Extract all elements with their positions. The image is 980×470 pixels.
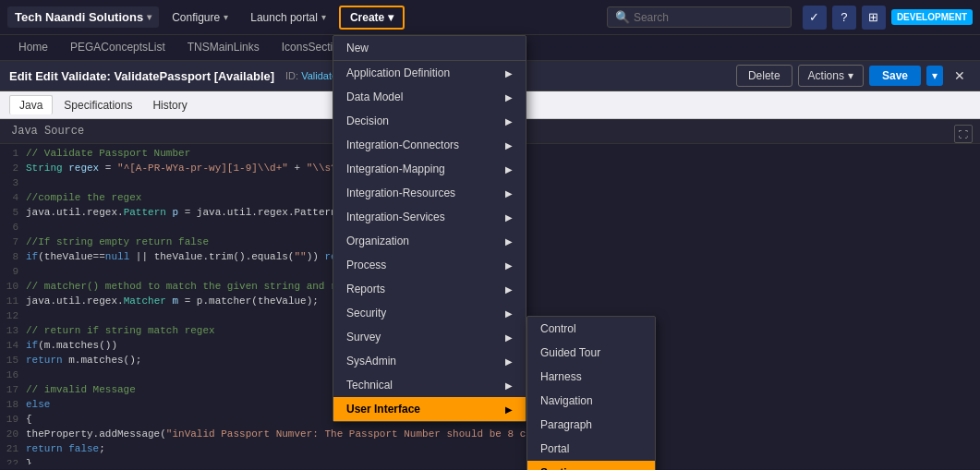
create-chevron-icon: ▾: [388, 11, 393, 24]
delete-button[interactable]: Delete: [736, 65, 792, 87]
sub-tab-java[interactable]: Java: [9, 95, 53, 114]
top-nav: Tech Naandi Solutions ▾ Configure ▾ Laun…: [0, 0, 980, 35]
configure-chevron-icon: ▾: [224, 12, 228, 22]
tab-tns[interactable]: TNSMainLinks: [176, 37, 271, 59]
arrow-icon: ▶: [505, 236, 513, 247]
search-bar: 🔍: [607, 6, 792, 28]
nav-check-button[interactable]: ✓: [803, 6, 827, 30]
launch-portal-button[interactable]: Launch portal ▾: [241, 7, 335, 28]
arrow-icon: ▶: [505, 92, 513, 102]
create-item-user-interface[interactable]: User Interface ▶: [333, 397, 526, 421]
arrow-icon: ▶: [505, 284, 513, 295]
create-item-sysadmin[interactable]: SysAdmin ▶: [333, 349, 526, 373]
ui-item-section[interactable]: Section: [527, 461, 655, 470]
close-button[interactable]: ✕: [949, 65, 971, 87]
arrow-icon: ▶: [505, 260, 513, 271]
arrow-icon: ▶: [505, 332, 513, 343]
create-item-decision[interactable]: Decision ▶: [333, 109, 526, 133]
search-icon: 🔍: [615, 10, 630, 24]
create-item-technical[interactable]: Technical ▶: [333, 373, 526, 397]
create-dropdown: New Application Definition ▶ Data Model …: [333, 35, 526, 422]
actions-chevron-icon: ▾: [848, 69, 853, 82]
launch-portal-chevron-icon: ▾: [321, 12, 326, 22]
arrow-icon: ▶: [505, 212, 513, 223]
arrow-icon: ▶: [505, 68, 513, 78]
user-interface-submenu: Control Guided Tour Harness Navigation P…: [526, 316, 656, 470]
create-item-process[interactable]: Process ▶: [333, 253, 526, 277]
brand-chevron-icon: ▾: [147, 12, 151, 22]
ui-item-navigation[interactable]: Navigation: [527, 389, 655, 413]
create-item-integration-services[interactable]: Integration-Services ▶: [333, 205, 526, 229]
create-item-integration-resources[interactable]: Integration-Resources ▶: [333, 181, 526, 205]
code-line-22: 22}: [0, 458, 980, 464]
actions-button[interactable]: Actions ▾: [798, 65, 864, 87]
create-item-organization[interactable]: Organization ▶: [333, 229, 526, 253]
brand-button[interactable]: Tech Naandi Solutions ▾: [7, 6, 159, 28]
sub-tab-specifications[interactable]: Specifications: [54, 96, 141, 114]
arrow-icon: ▶: [505, 308, 513, 319]
arrow-icon: ▶: [505, 380, 513, 391]
tab-pega[interactable]: PEGAConceptsList: [59, 37, 176, 59]
arrow-icon: ▶: [505, 404, 513, 415]
ui-item-portal[interactable]: Portal: [527, 437, 655, 461]
save-split-button[interactable]: ▾: [926, 66, 943, 86]
env-badge: DEVELOPMENT: [891, 9, 973, 25]
sub-tab-history[interactable]: History: [143, 96, 196, 114]
expand-button[interactable]: ⛶: [954, 125, 973, 143]
ui-item-paragraph[interactable]: Paragraph: [527, 413, 655, 437]
tab-home[interactable]: Home: [7, 37, 59, 59]
save-button[interactable]: Save: [869, 66, 921, 86]
brand-label: Tech Naandi Solutions: [15, 10, 143, 24]
arrow-icon: ▶: [505, 116, 513, 127]
create-item-app-def[interactable]: Application Definition ▶: [333, 61, 526, 85]
create-item-integration-mapping[interactable]: Integration-Mapping ▶: [333, 157, 526, 181]
create-new-item[interactable]: New: [333, 36, 526, 61]
ui-item-guided-tour[interactable]: Guided Tour: [527, 341, 655, 365]
create-item-reports[interactable]: Reports ▶: [333, 277, 526, 301]
nav-help-button[interactable]: ?: [832, 6, 856, 30]
nav-grid-button[interactable]: ⊞: [862, 6, 886, 30]
configure-button[interactable]: Configure ▾: [163, 7, 237, 28]
ui-item-control[interactable]: Control: [527, 317, 655, 341]
arrow-icon: ▶: [505, 140, 513, 151]
ui-item-harness[interactable]: Harness: [527, 365, 655, 389]
arrow-icon: ▶: [505, 164, 513, 175]
arrow-icon: ▶: [505, 356, 513, 367]
code-line-21: 21return false;: [0, 443, 980, 458]
nav-icons: ✓ ? ⊞ DEVELOPMENT: [803, 6, 973, 30]
create-item-data-model[interactable]: Data Model ▶: [333, 85, 526, 109]
create-item-security[interactable]: Security ▶: [333, 301, 526, 325]
code-line-20: 20theProperty.addMessage("inValid Passpo…: [0, 428, 980, 443]
arrow-icon: ▶: [505, 188, 513, 199]
edit-bar-actions: Delete Actions ▾ Save ▾ ✕: [736, 65, 971, 87]
create-item-survey[interactable]: Survey ▶: [333, 325, 526, 349]
create-item-integration-connectors[interactable]: Integration-Connectors ▶: [333, 133, 526, 157]
search-input[interactable]: [634, 11, 763, 24]
edit-title: Edit Edit Validate: ValidatePassport [Av…: [9, 69, 274, 83]
create-button[interactable]: Create ▾: [339, 6, 405, 30]
